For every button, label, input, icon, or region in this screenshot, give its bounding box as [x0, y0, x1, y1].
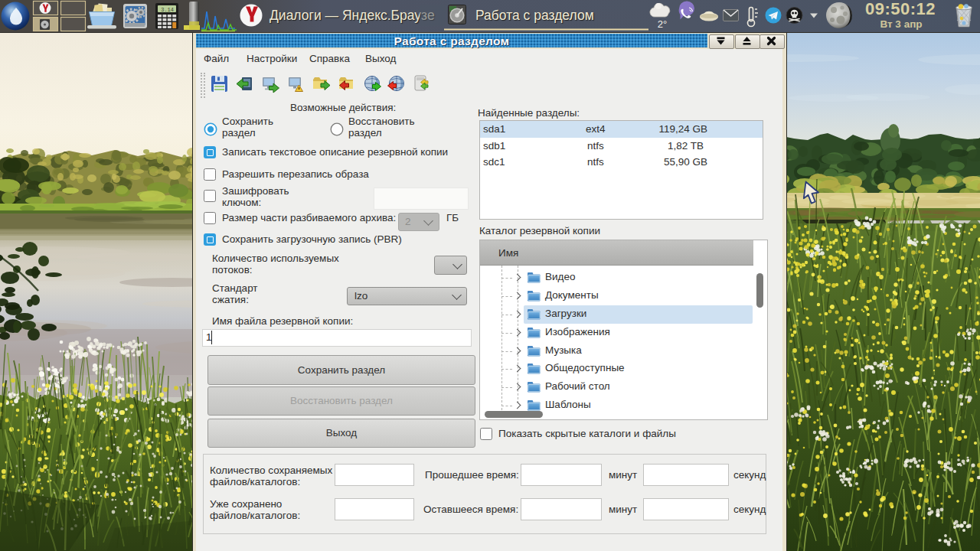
svg-text:Диалоги — Яндекс.Браузе: Диалоги — Яндекс.Браузе	[270, 8, 435, 23]
svg-text:Вт 3 апр: Вт 3 апр	[880, 18, 922, 30]
svg-text:2°: 2°	[658, 18, 667, 30]
svg-text:Работа с разделом: Работа с разделом	[475, 8, 594, 23]
svg-text:3.14: 3.14	[161, 7, 174, 13]
svg-text:09:50:12: 09:50:12	[865, 0, 936, 18]
